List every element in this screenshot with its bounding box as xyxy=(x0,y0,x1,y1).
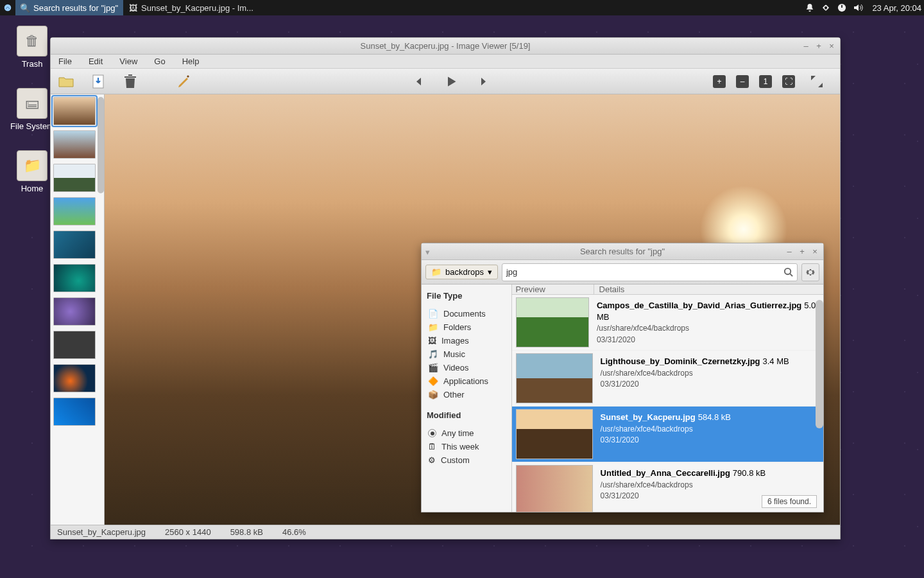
thumbnail[interactable] xyxy=(53,331,96,359)
thumbnail[interactable] xyxy=(53,130,96,159)
result-filename: Sunset_by_Kacperu.jpg xyxy=(601,412,696,422)
search-titlebar[interactable]: ▾ Search results for "jpg" – + × xyxy=(422,243,823,260)
clock[interactable]: 23 Apr, 20:04 xyxy=(869,3,924,13)
icon-label: File System xyxy=(10,121,54,131)
prev-button[interactable] xyxy=(410,73,428,91)
type-icon: 📁 xyxy=(428,322,438,332)
thumbnail[interactable] xyxy=(53,264,96,292)
modified-label: Any time xyxy=(441,428,474,438)
result-path: /usr/share/xfce4/backdrops xyxy=(601,480,693,489)
menu-item[interactable]: Edit xyxy=(86,55,105,67)
filetype-option[interactable]: 🖼Images xyxy=(427,334,506,347)
filetype-option[interactable]: 🔶Applications xyxy=(427,374,506,388)
zoom-out-button[interactable]: – xyxy=(736,75,749,88)
result-filename: Lighthouse_by_Dominik_Czernetzky.jpg xyxy=(601,356,760,366)
result-row[interactable]: Lighthouse_by_Dominik_Czernetzky.jpg3.4 … xyxy=(512,351,823,407)
thumbnail-scrollbar[interactable] xyxy=(98,97,104,193)
settings-button[interactable] xyxy=(801,263,819,281)
type-label: Documents xyxy=(443,309,486,319)
window-title: Search results for "jpg" xyxy=(580,247,665,256)
status-dimensions: 2560 x 1440 xyxy=(165,527,211,537)
filetype-option[interactable]: 📁Folders xyxy=(427,320,506,334)
result-preview xyxy=(516,465,593,512)
minimize-button[interactable]: – xyxy=(785,247,794,256)
result-date: 03/31/2020 xyxy=(601,380,639,389)
open-button[interactable] xyxy=(57,73,75,91)
keyboard-icon[interactable] xyxy=(821,3,831,12)
result-preview xyxy=(516,297,589,347)
filetype-option[interactable]: 📦Other xyxy=(427,388,506,401)
edit-button[interactable] xyxy=(175,73,193,91)
next-button[interactable] xyxy=(474,73,492,91)
result-row[interactable]: Campos_de_Castilla_by_David_Arias_Gutier… xyxy=(512,295,823,351)
location-label: backdrops xyxy=(445,267,484,277)
taskbar-task[interactable]: 🔍Search results for "jpg" xyxy=(15,0,123,15)
status-filesize: 598.8 kB xyxy=(230,527,263,537)
result-path: /usr/share/xfce4/backdrops xyxy=(597,324,689,333)
filetype-option[interactable]: 📄Documents xyxy=(427,307,506,320)
modified-label: This week xyxy=(441,442,479,451)
zoom-100-button[interactable]: 1 xyxy=(759,75,772,88)
menu-item[interactable]: Go xyxy=(151,55,167,67)
thumbnail[interactable] xyxy=(53,97,96,125)
chevron-down-icon[interactable]: ▾ xyxy=(425,247,430,257)
filetype-option[interactable]: 🎬Videos xyxy=(427,361,506,374)
modified-option[interactable]: Any time xyxy=(427,426,506,440)
menu-item[interactable]: Help xyxy=(180,55,202,67)
modified-icon: 🗓 xyxy=(428,442,436,451)
minimize-button[interactable]: – xyxy=(801,42,810,51)
status-zoom: 46.6% xyxy=(282,527,306,537)
taskbar-task[interactable]: 🖼Sunset_by_Kacperu.jpg - Im... xyxy=(123,0,259,15)
icon-glyph: 🗑 xyxy=(17,26,47,57)
notifications-icon[interactable] xyxy=(805,3,814,12)
search-query: jpg xyxy=(506,267,517,277)
thumbnail[interactable] xyxy=(53,364,96,392)
location-selector[interactable]: 📁 backdrops ▾ xyxy=(425,265,498,279)
power-icon[interactable] xyxy=(837,3,846,12)
delete-button[interactable] xyxy=(121,73,139,91)
save-button[interactable] xyxy=(89,73,107,91)
play-button[interactable] xyxy=(442,73,460,91)
menu-item[interactable]: View xyxy=(117,55,140,67)
type-label: Other xyxy=(443,390,465,399)
search-input[interactable]: jpg xyxy=(502,263,798,281)
thumbnail[interactable] xyxy=(53,297,96,326)
type-label: Videos xyxy=(443,363,469,372)
zoom-in-button[interactable]: + xyxy=(713,75,726,88)
thumbnail[interactable] xyxy=(53,164,96,192)
results-scrollbar[interactable] xyxy=(816,300,823,428)
whisker-menu-icon[interactable] xyxy=(0,0,15,15)
icon-glyph: 📁 xyxy=(17,150,47,181)
thumbnail[interactable] xyxy=(53,398,96,426)
col-details[interactable]: Details xyxy=(594,285,625,294)
result-size: 3.4 MB xyxy=(763,356,789,366)
modified-option[interactable]: ⚙Custom xyxy=(427,453,506,467)
fullscreen-button[interactable] xyxy=(808,73,826,91)
type-label: Folders xyxy=(443,322,471,332)
close-button[interactable]: × xyxy=(810,247,819,256)
result-date: 03/31/2020 xyxy=(601,435,639,444)
close-button[interactable]: × xyxy=(827,42,836,51)
search-toolbar: 📁 backdrops ▾ jpg xyxy=(422,260,823,285)
thumbnail[interactable] xyxy=(53,197,96,225)
maximize-button[interactable]: + xyxy=(798,247,807,256)
result-row[interactable]: Sunset_by_Kacperu.jpg584.8 kB/usr/share/… xyxy=(512,407,823,462)
menu-item[interactable]: File xyxy=(56,55,74,67)
volume-icon[interactable] xyxy=(853,3,863,12)
type-icon: 📦 xyxy=(428,390,438,399)
modified-option[interactable]: 🗓This week xyxy=(427,440,506,453)
image-viewer-titlebar[interactable]: Sunset_by_Kacperu.jpg - Image Viewer [5/… xyxy=(51,38,840,55)
result-date: 03/31/2020 xyxy=(597,335,635,344)
result-meta: Untitled_by_Anna_Ceccarelli.jpg790.8 kB/… xyxy=(597,464,770,505)
modified-label: Custom xyxy=(441,455,470,465)
thumbnail-strip[interactable] xyxy=(51,94,105,525)
status-bar: Sunset_by_Kacperu.jpg 2560 x 1440 598.8 … xyxy=(51,525,840,539)
radio-icon xyxy=(428,429,436,437)
search-icon[interactable] xyxy=(783,267,793,277)
col-preview[interactable]: Preview xyxy=(512,285,594,294)
zoom-fit-button[interactable]: ⛶ xyxy=(782,75,795,88)
type-icon: 🎵 xyxy=(428,349,438,359)
filetype-option[interactable]: 🎵Music xyxy=(427,347,506,361)
thumbnail[interactable] xyxy=(53,231,96,259)
maximize-button[interactable]: + xyxy=(814,42,823,51)
